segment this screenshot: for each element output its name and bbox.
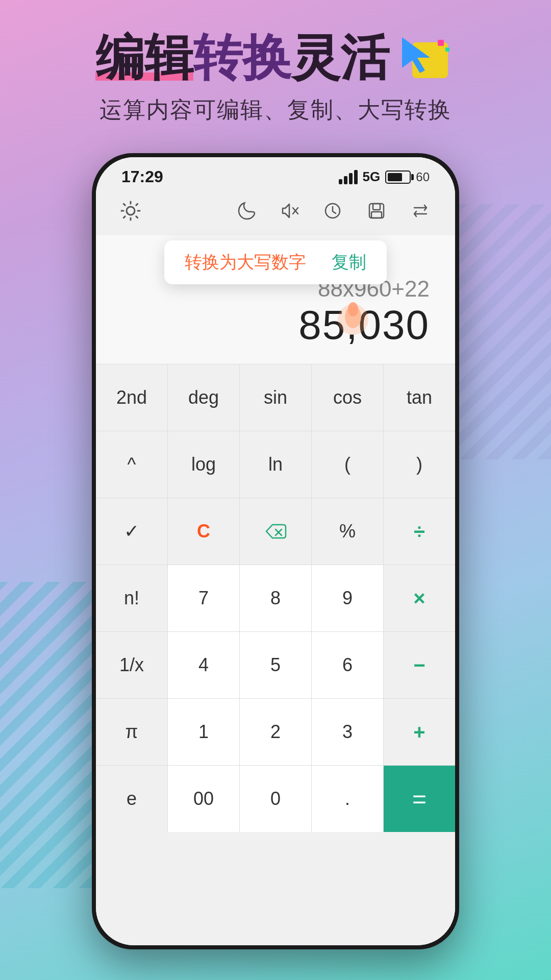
key-open-paren[interactable]: ( [312, 431, 384, 498]
key-double-zero[interactable]: 00 [168, 766, 240, 832]
status-time: 17:29 [121, 167, 163, 186]
key-4[interactable]: 4 [168, 632, 240, 698]
signal-bar-4 [354, 170, 358, 184]
key-3[interactable]: 3 [312, 699, 384, 765]
convert-to-chinese-button[interactable]: 转换为大写数字 [185, 251, 306, 274]
title-flexible: 灵活 [291, 31, 389, 85]
key-subtract[interactable]: − [384, 632, 455, 698]
svg-point-4 [127, 207, 135, 215]
key-row-4: n! 7 8 9 × [96, 565, 455, 631]
key-add[interactable]: + [384, 699, 455, 765]
key-pi[interactable]: π [96, 699, 168, 765]
main-title: 编辑 转换 灵活 [31, 31, 520, 85]
title-convert: 转换 [193, 31, 291, 85]
key-multiply[interactable]: × [384, 565, 455, 631]
copy-button[interactable]: 复制 [332, 251, 366, 274]
key-2nd[interactable]: 2nd [96, 364, 168, 431]
calculator-keyboard: 2nd deg sin cos tan ^ log ln ( ) ✓ [96, 364, 455, 945]
key-6[interactable]: 6 [312, 632, 384, 698]
title-edit: 编辑 [95, 31, 193, 85]
key-percent[interactable]: % [312, 498, 384, 565]
key-row-5: 1/x 4 5 6 − [96, 631, 455, 698]
key-1[interactable]: 1 [168, 699, 240, 765]
result-display[interactable]: 85,030 [116, 302, 435, 349]
moon-icon[interactable] [231, 197, 259, 225]
phone-inner: 17:29 5G 60 [96, 157, 455, 945]
header-area: 编辑 转换 灵活 运算内容可编辑、复制、大写转换 [0, 31, 551, 125]
key-tan[interactable]: tan [384, 364, 455, 431]
svg-rect-9 [373, 204, 380, 210]
key-equals[interactable]: = [384, 766, 455, 832]
key-clear[interactable]: C [168, 498, 240, 565]
key-decimal[interactable]: . [312, 766, 384, 832]
svg-rect-10 [371, 212, 382, 218]
key-sin[interactable]: sin [240, 364, 312, 431]
context-menu: 转换为大写数字 复制 [164, 240, 387, 284]
key-reciprocal[interactable]: 1/x [96, 632, 168, 698]
signal-bar-1 [339, 179, 342, 184]
key-row-7: e 00 0 . = [96, 765, 455, 832]
signal-bar-2 [344, 176, 347, 184]
key-0[interactable]: 0 [240, 766, 312, 832]
battery-fill [388, 173, 402, 181]
key-row-2: ^ log ln ( ) [96, 431, 455, 498]
finger-cursor [333, 297, 373, 337]
key-euler[interactable]: e [96, 766, 168, 832]
key-9[interactable]: 9 [312, 565, 384, 631]
status-bar: 17:29 5G 60 [96, 157, 455, 191]
battery-indicator [385, 170, 411, 184]
key-2[interactable]: 2 [240, 699, 312, 765]
key-7[interactable]: 7 [168, 565, 240, 631]
status-right: 5G 60 [339, 169, 430, 185]
subtitle: 运算内容可编辑、复制、大写转换 [31, 95, 520, 125]
key-cos[interactable]: cos [312, 364, 384, 431]
toolbar-right [231, 197, 435, 225]
key-ln[interactable]: ln [240, 431, 312, 498]
save-icon[interactable] [362, 197, 391, 225]
history-icon[interactable] [318, 197, 347, 225]
key-deg[interactable]: deg [168, 364, 240, 431]
volume-off-icon[interactable] [274, 197, 303, 225]
svg-rect-2 [438, 40, 444, 46]
network-indicator: 5G [363, 169, 381, 185]
settings-icon[interactable] [116, 197, 145, 225]
swap-icon[interactable] [406, 197, 435, 225]
key-row-3: ✓ C % ÷ [96, 498, 455, 565]
key-8[interactable]: 8 [240, 565, 312, 631]
key-row-6: π 1 2 3 + [96, 698, 455, 765]
battery-level: 60 [416, 170, 430, 184]
svg-rect-3 [445, 47, 449, 52]
toolbar [96, 191, 455, 235]
key-close-paren[interactable]: ) [384, 431, 455, 498]
key-5[interactable]: 5 [240, 632, 312, 698]
key-divide[interactable]: ÷ [384, 498, 455, 565]
key-sqrt[interactable]: ✓ [96, 498, 168, 565]
key-row-1: 2nd deg sin cos tan [96, 364, 455, 431]
cursor-icon [394, 32, 456, 83]
key-backspace[interactable] [240, 498, 312, 565]
key-factorial[interactable]: n! [96, 565, 168, 631]
key-power[interactable]: ^ [96, 431, 168, 498]
svg-point-13 [348, 302, 358, 316]
key-log[interactable]: log [168, 431, 240, 498]
phone-mockup: 17:29 5G 60 [92, 153, 459, 949]
signal-bar-3 [349, 173, 353, 184]
signal-bars [339, 170, 358, 184]
display-area: 转换为大写数字 复制 88x960+22 [96, 235, 455, 364]
